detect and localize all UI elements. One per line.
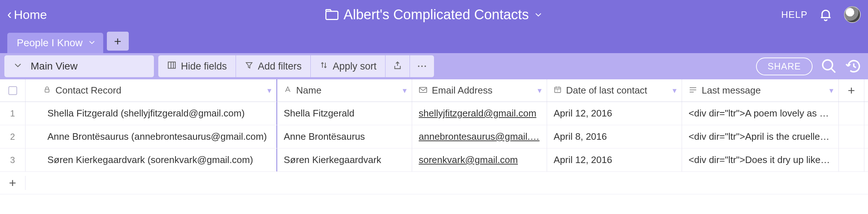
cell-email[interactable]: annebrontesaurus@gmail.… bbox=[412, 125, 547, 148]
svg-line-8 bbox=[831, 68, 836, 73]
checkbox-icon bbox=[8, 86, 17, 95]
plus-icon: + bbox=[114, 34, 121, 48]
svg-text:7: 7 bbox=[557, 89, 558, 92]
view-name: Main View bbox=[31, 60, 78, 72]
history-button[interactable] bbox=[845, 58, 862, 75]
row-trailing-space bbox=[839, 102, 864, 125]
add-row-button[interactable]: + bbox=[0, 172, 868, 194]
view-switcher[interactable]: Main View bbox=[4, 55, 154, 77]
filter-icon bbox=[245, 61, 253, 72]
hide-fields-label: Hide fields bbox=[181, 61, 227, 72]
row-index: 2 bbox=[0, 125, 26, 148]
svg-rect-1 bbox=[168, 62, 175, 68]
svg-point-4 bbox=[418, 66, 419, 67]
cell-date[interactable]: April 8, 2016 bbox=[547, 125, 682, 148]
table-row[interactable]: 1 Shella Fitzgerald (shellyjfitzgerald@g… bbox=[0, 102, 868, 125]
table-tabs: People I Know + bbox=[0, 29, 868, 53]
column-label: Contact Record bbox=[55, 85, 121, 96]
apply-sort-button[interactable]: Apply sort bbox=[311, 55, 385, 77]
home-button[interactable]: ‹ Home bbox=[7, 8, 47, 22]
ellipsis-icon bbox=[417, 63, 427, 70]
table-row[interactable]: 2 Anne Brontësaurus (annebrontesaurus@gm… bbox=[0, 125, 868, 148]
column-header-email[interactable]: Email Address ▾ bbox=[412, 79, 547, 102]
sort-icon bbox=[319, 61, 328, 72]
row-trailing-space bbox=[839, 148, 864, 171]
text-icon bbox=[284, 85, 292, 96]
apply-sort-label: Apply sort bbox=[333, 61, 376, 72]
upload-icon bbox=[393, 61, 402, 72]
cell-name[interactable]: Søren Kierkegaardvark bbox=[277, 148, 412, 171]
svg-rect-10 bbox=[419, 87, 427, 92]
row-index: 1 bbox=[0, 102, 26, 125]
column-label: Email Address bbox=[432, 85, 492, 96]
column-header-contact-record[interactable]: Contact Record ▾ bbox=[26, 79, 277, 102]
toolbar-group: Hide fields Add filters Apply sort bbox=[158, 55, 434, 77]
plus-icon: + bbox=[848, 83, 855, 98]
bell-icon[interactable] bbox=[818, 7, 833, 22]
help-link[interactable]: HELP bbox=[781, 9, 807, 20]
cell-date[interactable]: April 12, 2016 bbox=[547, 102, 682, 125]
cell-name[interactable]: Shella Fitzgerald bbox=[277, 102, 412, 125]
add-column-button[interactable]: + bbox=[839, 79, 864, 102]
long-text-icon bbox=[689, 85, 697, 96]
chevron-down-icon bbox=[88, 37, 96, 49]
hide-fields-button[interactable]: Hide fields bbox=[158, 55, 236, 77]
cell-last-message[interactable]: <div dir="ltr">April is the cruelle… bbox=[682, 125, 839, 148]
row-index: 3 bbox=[0, 148, 26, 171]
tab-label: People I Know bbox=[17, 37, 83, 49]
chevron-down-icon bbox=[534, 10, 543, 19]
data-grid: Contact Record ▾ Name ▾ Email Address ▾ bbox=[0, 79, 868, 194]
envelope-icon bbox=[419, 85, 427, 96]
chevron-down-icon: ▾ bbox=[673, 86, 677, 95]
select-all-checkbox[interactable] bbox=[0, 79, 26, 102]
calendar-icon: 7 bbox=[554, 85, 562, 96]
svg-point-7 bbox=[823, 60, 833, 70]
share-export-button[interactable] bbox=[385, 55, 410, 77]
svg-rect-9 bbox=[45, 89, 49, 92]
share-button[interactable]: SHARE bbox=[756, 58, 813, 75]
tab-people-i-know[interactable]: People I Know bbox=[7, 33, 103, 53]
cell-date[interactable]: April 12, 2016 bbox=[547, 148, 682, 171]
cell-email[interactable]: sorenkvark@gmail.com bbox=[412, 148, 547, 171]
home-label: Home bbox=[14, 8, 47, 22]
cell-contact-record[interactable]: Shella Fitzgerald (shellyjfitzgerald@gma… bbox=[26, 102, 277, 125]
chevron-down-icon: ▾ bbox=[538, 86, 542, 95]
header-right: HELP bbox=[781, 6, 861, 23]
columns-icon bbox=[167, 60, 177, 72]
search-button[interactable] bbox=[821, 58, 837, 75]
svg-rect-0 bbox=[326, 11, 338, 20]
chevron-down-icon: ▾ bbox=[829, 86, 833, 95]
cell-contact-record[interactable]: Søren Kierkegaardvark (sorenkvark@gmail.… bbox=[26, 148, 277, 171]
column-label: Last message bbox=[702, 85, 761, 96]
folder-icon bbox=[325, 9, 338, 20]
svg-point-5 bbox=[421, 66, 423, 67]
grid-header-row: Contact Record ▾ Name ▾ Email Address ▾ bbox=[0, 79, 868, 102]
table-row[interactable]: 3 Søren Kierkegaardvark (sorenkvark@gmai… bbox=[0, 148, 868, 172]
lock-icon bbox=[43, 85, 51, 96]
svg-point-6 bbox=[425, 66, 426, 67]
cell-name[interactable]: Anne Brontësaurus bbox=[277, 125, 412, 148]
add-table-button[interactable]: + bbox=[107, 32, 129, 51]
chevron-down-icon: ▾ bbox=[403, 86, 407, 95]
more-options-button[interactable] bbox=[410, 55, 434, 77]
chevron-down-icon bbox=[13, 60, 23, 72]
column-label: Date of last contact bbox=[566, 85, 647, 96]
avatar[interactable] bbox=[844, 6, 861, 23]
cell-last-message[interactable]: <div dir="ltr">Does it dry up like… bbox=[682, 148, 839, 171]
cell-contact-record[interactable]: Anne Brontësaurus (annebrontesaurus@gmai… bbox=[26, 125, 277, 148]
chevron-left-icon: ‹ bbox=[7, 8, 12, 21]
share-label: SHARE bbox=[768, 61, 801, 71]
app-header: ‹ Home Albert's Complicated Contacts HEL… bbox=[0, 0, 868, 29]
view-toolbar: Main View Hide fields Add filters Apply … bbox=[0, 53, 868, 79]
cell-last-message[interactable]: <div dir="ltr">A poem lovely as … bbox=[682, 102, 839, 125]
toolbar-right: SHARE bbox=[756, 58, 862, 75]
add-filters-label: Add filters bbox=[258, 61, 302, 72]
cell-email[interactable]: shellyjfitzgerald@gmail.com bbox=[412, 102, 547, 125]
add-filters-button[interactable]: Add filters bbox=[236, 55, 310, 77]
column-header-name[interactable]: Name ▾ bbox=[277, 79, 412, 102]
base-switcher[interactable]: Albert's Complicated Contacts bbox=[325, 7, 543, 23]
column-header-last-message[interactable]: Last message ▾ bbox=[682, 79, 839, 102]
row-trailing-space bbox=[839, 125, 864, 148]
column-header-date[interactable]: 7 Date of last contact ▾ bbox=[547, 79, 682, 102]
plus-icon: + bbox=[0, 176, 26, 190]
